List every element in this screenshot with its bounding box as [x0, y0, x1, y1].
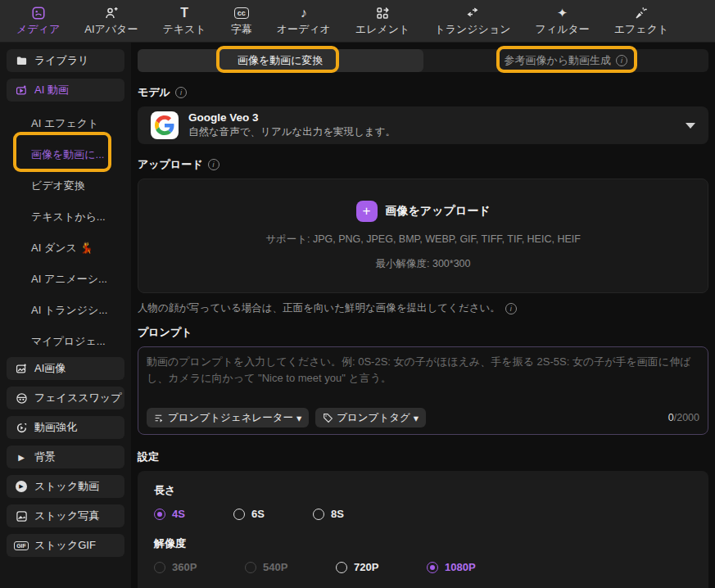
- stock-photo-icon: [15, 509, 28, 522]
- resolution-option-720p[interactable]: 720P: [336, 561, 427, 573]
- model-section-label: モデル i: [138, 85, 708, 100]
- sidebar-item-ai-image[interactable]: AI画像: [7, 357, 124, 380]
- radio-icon: [154, 509, 165, 520]
- info-icon[interactable]: i: [175, 87, 187, 98]
- prompt-toolbar: プロンプトジェネレーター ▾ プロンプトタグ ▾ 0/2000: [147, 408, 699, 427]
- nav-label: フィルター: [536, 22, 590, 37]
- tab-image-to-video[interactable]: 画像を動画に変換: [138, 49, 423, 72]
- nav-tab-filters[interactable]: ✦ フィルター: [536, 5, 590, 37]
- sidebar-subitem-label: 画像を動画に...: [31, 147, 104, 162]
- sidebar-item-label: フェイススワップ: [34, 391, 121, 405]
- prompt-generator-button[interactable]: プロンプトジェネレーター ▾: [147, 408, 309, 427]
- radio-icon: [233, 509, 245, 520]
- sidebar-item-stock-gif[interactable]: GIF ストックGIF: [7, 534, 124, 557]
- sidebar-item-background[interactable]: ▶ 背景: [7, 446, 124, 468]
- upload-button[interactable]: + 画像をアップロード: [356, 201, 491, 222]
- chevron-down-icon: [686, 123, 695, 129]
- sidebar-subitem-label: AI エフェクト: [31, 116, 98, 131]
- face-note: 人物の顔が写っている場合は、正面を向いた鮮明な画像を提出してください。 i: [138, 301, 708, 315]
- tab-reference-to-video[interactable]: 参考画像から動画生成 i: [423, 49, 709, 72]
- radio-label: 540P: [263, 561, 287, 573]
- upload-button-label: 画像をアップロード: [386, 204, 491, 219]
- sidebar-item-stock-photo[interactable]: ストック写真: [7, 504, 124, 527]
- radio-label: 720P: [354, 561, 378, 573]
- sidebar-item-label: ライブラリ: [34, 53, 89, 68]
- face-swap-icon: [15, 391, 28, 405]
- length-option-4s[interactable]: 4S: [154, 508, 233, 520]
- sidebar-subitem-ai-animation[interactable]: AI アニメーシ...: [7, 264, 124, 295]
- stock-gif-icon: GIF: [15, 539, 28, 552]
- radio-icon: [313, 509, 324, 520]
- sidebar-item-label: ストック写真: [34, 509, 99, 523]
- radio-icon: [427, 562, 438, 573]
- tab-label: 画像を動画に変換: [238, 53, 324, 68]
- play-triangle-icon: ▶: [15, 450, 28, 464]
- nav-label: トランジション: [434, 22, 510, 37]
- sidebar-subitem-video-convert[interactable]: ビデオ変換: [7, 170, 124, 201]
- nav-tab-audio[interactable]: ♪ オーディオ: [277, 5, 331, 37]
- tab-label: 参考画像から動画生成: [504, 53, 611, 68]
- settings-section-label: 設定: [138, 450, 708, 464]
- info-icon[interactable]: i: [616, 55, 627, 66]
- nav-tab-effects[interactable]: エフェクト: [614, 5, 669, 37]
- subtitles-icon: cc: [233, 5, 250, 21]
- sidebar-item-label: 動画強化: [34, 420, 77, 435]
- prompt-section-label: プロンプト: [138, 325, 708, 340]
- audio-icon: ♪: [296, 5, 312, 21]
- length-option-6s[interactable]: 6S: [233, 508, 313, 520]
- sidebar-subitem-my-projects[interactable]: マイプロジェ...: [7, 326, 124, 357]
- sidebar-item-stock-video[interactable]: ▶ ストック動画: [7, 475, 124, 498]
- plus-icon: +: [356, 201, 378, 222]
- nav-label: テキスト: [162, 22, 206, 37]
- nav-tab-text[interactable]: T テキスト: [162, 5, 206, 37]
- note-text: 人物の顔が写っている場合は、正面を向いた鮮明な画像を提出してください。: [138, 301, 500, 315]
- info-icon[interactable]: i: [208, 159, 219, 170]
- nav-tab-elements[interactable]: エレメント: [355, 5, 410, 37]
- sidebar-subitem-ai-effects[interactable]: AI エフェクト: [7, 108, 124, 139]
- button-label: プロンプトジェネレーター: [168, 411, 293, 425]
- resolution-options: 360P 540P 720P 1080P: [154, 561, 692, 573]
- ai-avatar-icon: [103, 5, 120, 21]
- nav-label: エフェクト: [614, 22, 669, 37]
- char-count: 0: [668, 412, 674, 423]
- nav-tab-transitions[interactable]: トランジション: [434, 5, 510, 37]
- sidebar-item-library[interactable]: ライブラリ: [7, 49, 124, 72]
- sidebar-item-video-enhance[interactable]: 動画強化: [7, 416, 124, 439]
- sidebar-subitem-label: AI ダンス 💃: [31, 241, 93, 256]
- nav-label: エレメント: [355, 22, 410, 37]
- sidebar-item-label: ストック動画: [34, 479, 99, 494]
- prompt-input[interactable]: [147, 354, 699, 408]
- settings-panel: 長さ 4S 6S 8S 解像度 360P: [138, 471, 708, 588]
- video-enhance-icon: [15, 421, 28, 434]
- sidebar-subitem-ai-dance[interactable]: AI ダンス 💃: [7, 233, 124, 264]
- prompt-editor: プロンプトジェネレーター ▾ プロンプトタグ ▾ 0/2000: [138, 346, 708, 435]
- sidebar-item-ai-video[interactable]: AI 動画: [7, 79, 124, 102]
- length-option-8s[interactable]: 8S: [313, 508, 392, 520]
- nav-tab-subtitles[interactable]: cc 字幕: [231, 5, 252, 37]
- media-icon: [30, 5, 47, 21]
- sidebar-item-face-swap[interactable]: フェイススワップ: [7, 387, 124, 409]
- sidebar-subitem-image-to-video[interactable]: 画像を動画に...: [7, 139, 124, 170]
- supported-formats: サポート: JPG, PNG, JPEG, BMP, WEBP, GIF, TI…: [265, 233, 581, 247]
- nav-tab-media[interactable]: メディア: [16, 5, 60, 37]
- sidebar-subitem-text-to-video[interactable]: テキストから...: [7, 201, 124, 233]
- nav-tab-ai-avatar[interactable]: AIアバター: [84, 5, 138, 37]
- sidebar: ライブラリ AI 動画 AI エフェクト 画像を動画に... ビデオ変換 テキス…: [0, 43, 131, 588]
- caret-down-icon: ▾: [296, 412, 301, 424]
- prompt-tag-button[interactable]: プロンプトタグ ▾: [315, 408, 426, 427]
- tag-icon: [323, 413, 333, 423]
- filters-icon: ✦: [554, 5, 571, 21]
- transitions-icon: [464, 5, 481, 21]
- radio-label: 4S: [172, 508, 185, 520]
- upload-section-label: アップロード i: [138, 157, 708, 172]
- ai-video-icon: [15, 84, 28, 97]
- section-title: モデル: [138, 85, 170, 100]
- model-name: Google Veo 3: [188, 111, 676, 124]
- section-title: アップロード: [138, 157, 203, 172]
- sidebar-subitem-ai-transition[interactable]: AI トランジシ...: [7, 295, 124, 326]
- resolution-option-1080p[interactable]: 1080P: [427, 561, 518, 573]
- info-icon[interactable]: i: [505, 303, 517, 314]
- model-selector[interactable]: Google Veo 3 自然な音声で、リアルな出力を実現します。: [138, 106, 708, 144]
- resolution-option-540p: 540P: [245, 561, 336, 573]
- image-upload-dropzone[interactable]: + 画像をアップロード サポート: JPG, PNG, JPEG, BMP, W…: [138, 179, 708, 293]
